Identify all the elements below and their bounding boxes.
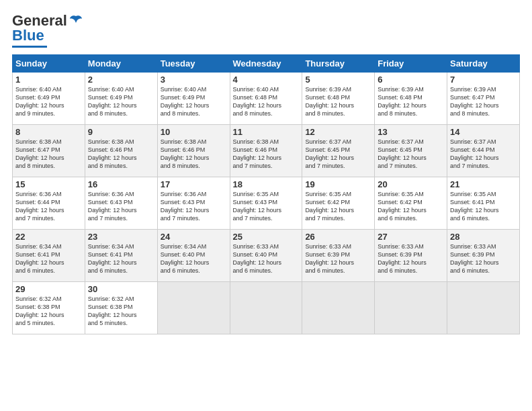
cell-content: Sunrise: 6:38 AMSunset: 6:46 PMDaylight:… (88, 138, 154, 171)
calendar-cell: 8Sunrise: 6:38 AMSunset: 6:47 PMDaylight… (13, 125, 85, 177)
day-number: 15 (15, 179, 82, 189)
calendar-cell (157, 282, 230, 334)
day-number: 2 (88, 75, 154, 85)
calendar-cell: 14Sunrise: 6:37 AMSunset: 6:44 PMDayligh… (447, 125, 520, 177)
header-row: SundayMondayTuesdayWednesdayThursdayFrid… (13, 55, 520, 73)
calendar-cell: 17Sunrise: 6:36 AMSunset: 6:43 PMDayligh… (157, 177, 230, 230)
calendar-cell: 15Sunrise: 6:36 AMSunset: 6:44 PMDayligh… (13, 177, 85, 230)
week-row-3: 15Sunrise: 6:36 AMSunset: 6:44 PMDayligh… (13, 177, 520, 230)
cell-content: Sunrise: 6:34 AMSunset: 6:41 PMDaylight:… (15, 242, 82, 275)
calendar-cell: 9Sunrise: 6:38 AMSunset: 6:46 PMDaylight… (85, 125, 157, 177)
calendar-cell: 22Sunrise: 6:34 AMSunset: 6:41 PMDayligh… (13, 230, 85, 282)
day-number: 21 (450, 179, 517, 189)
day-number: 25 (233, 232, 300, 242)
calendar-cell: 24Sunrise: 6:34 AMSunset: 6:40 PMDayligh… (157, 230, 230, 282)
cell-content: Sunrise: 6:33 AMSunset: 6:39 PMDaylight:… (378, 242, 444, 275)
day-number: 4 (233, 75, 300, 85)
calendar-cell: 27Sunrise: 6:33 AMSunset: 6:39 PMDayligh… (375, 230, 447, 282)
calendar-cell: 12Sunrise: 6:37 AMSunset: 6:45 PMDayligh… (302, 125, 375, 177)
cell-content: Sunrise: 6:35 AMSunset: 6:43 PMDaylight:… (233, 190, 300, 223)
cell-content: Sunrise: 6:39 AMSunset: 6:48 PMDaylight:… (378, 85, 444, 118)
calendar-cell: 10Sunrise: 6:38 AMSunset: 6:46 PMDayligh… (157, 125, 230, 177)
day-number: 28 (450, 232, 517, 242)
week-row-1: 1Sunrise: 6:40 AMSunset: 6:49 PMDaylight… (13, 73, 520, 125)
cell-content: Sunrise: 6:33 AMSunset: 6:39 PMDaylight:… (305, 242, 371, 275)
col-header-monday: Monday (85, 55, 157, 73)
cell-content: Sunrise: 6:40 AMSunset: 6:48 PMDaylight:… (233, 85, 300, 118)
day-number: 29 (15, 284, 82, 294)
week-row-2: 8Sunrise: 6:38 AMSunset: 6:47 PMDaylight… (13, 125, 520, 177)
day-number: 5 (305, 75, 371, 85)
calendar-cell (302, 282, 375, 334)
calendar-cell: 1Sunrise: 6:40 AMSunset: 6:49 PMDaylight… (13, 73, 85, 125)
calendar-cell: 13Sunrise: 6:37 AMSunset: 6:45 PMDayligh… (375, 125, 447, 177)
day-number: 20 (378, 179, 444, 189)
cell-content: Sunrise: 6:33 AMSunset: 6:39 PMDaylight:… (450, 242, 517, 275)
page: General Blue SundayMondayTuesdayWednesda… (0, 0, 532, 411)
day-number: 23 (88, 232, 154, 242)
day-number: 24 (161, 232, 227, 242)
calendar-cell: 21Sunrise: 6:35 AMSunset: 6:41 PMDayligh… (447, 177, 520, 230)
day-number: 10 (161, 127, 227, 137)
header: General Blue (12, 12, 520, 48)
col-header-thursday: Thursday (302, 55, 375, 73)
col-header-sunday: Sunday (13, 55, 85, 73)
cell-content: Sunrise: 6:34 AMSunset: 6:40 PMDaylight:… (161, 242, 227, 275)
calendar-cell: 7Sunrise: 6:39 AMSunset: 6:47 PMDaylight… (447, 73, 520, 125)
day-number: 13 (378, 127, 444, 137)
calendar-table: SundayMondayTuesdayWednesdayThursdayFrid… (12, 54, 520, 334)
day-number: 19 (305, 179, 371, 189)
cell-content: Sunrise: 6:35 AMSunset: 6:41 PMDaylight:… (450, 190, 517, 223)
calendar-cell: 4Sunrise: 6:40 AMSunset: 6:48 PMDaylight… (230, 73, 302, 125)
week-row-4: 22Sunrise: 6:34 AMSunset: 6:41 PMDayligh… (13, 230, 520, 282)
day-number: 14 (450, 127, 517, 137)
calendar-cell: 20Sunrise: 6:35 AMSunset: 6:42 PMDayligh… (375, 177, 447, 230)
cell-content: Sunrise: 6:40 AMSunset: 6:49 PMDaylight:… (88, 85, 154, 118)
cell-content: Sunrise: 6:37 AMSunset: 6:44 PMDaylight:… (450, 138, 517, 171)
day-number: 27 (378, 232, 444, 242)
cell-content: Sunrise: 6:32 AMSunset: 6:38 PMDaylight:… (15, 295, 82, 328)
day-number: 17 (161, 179, 227, 189)
day-number: 16 (88, 179, 154, 189)
calendar-cell: 19Sunrise: 6:35 AMSunset: 6:42 PMDayligh… (302, 177, 375, 230)
cell-content: Sunrise: 6:37 AMSunset: 6:45 PMDaylight:… (378, 138, 444, 171)
day-number: 18 (233, 179, 300, 189)
calendar-cell: 25Sunrise: 6:33 AMSunset: 6:40 PMDayligh… (230, 230, 302, 282)
day-number: 30 (88, 284, 154, 294)
day-number: 7 (450, 75, 517, 85)
calendar-cell: 6Sunrise: 6:39 AMSunset: 6:48 PMDaylight… (375, 73, 447, 125)
cell-content: Sunrise: 6:33 AMSunset: 6:40 PMDaylight:… (233, 242, 300, 275)
calendar-cell (230, 282, 302, 334)
logo-underline (12, 46, 47, 48)
cell-content: Sunrise: 6:37 AMSunset: 6:45 PMDaylight:… (305, 138, 371, 171)
logo-bird-icon (69, 13, 83, 28)
cell-content: Sunrise: 6:36 AMSunset: 6:43 PMDaylight:… (88, 190, 154, 223)
calendar-cell: 3Sunrise: 6:40 AMSunset: 6:49 PMDaylight… (157, 73, 230, 125)
day-number: 9 (88, 127, 154, 137)
calendar-cell: 28Sunrise: 6:33 AMSunset: 6:39 PMDayligh… (447, 230, 520, 282)
day-number: 1 (15, 75, 82, 85)
day-number: 12 (305, 127, 371, 137)
calendar-cell: 11Sunrise: 6:38 AMSunset: 6:46 PMDayligh… (230, 125, 302, 177)
cell-content: Sunrise: 6:39 AMSunset: 6:47 PMDaylight:… (450, 85, 517, 118)
day-number: 22 (15, 232, 82, 242)
calendar-cell: 29Sunrise: 6:32 AMSunset: 6:38 PMDayligh… (13, 282, 85, 334)
cell-content: Sunrise: 6:34 AMSunset: 6:41 PMDaylight:… (88, 242, 154, 275)
cell-content: Sunrise: 6:38 AMSunset: 6:46 PMDaylight:… (161, 138, 227, 171)
calendar-cell: 30Sunrise: 6:32 AMSunset: 6:38 PMDayligh… (85, 282, 157, 334)
cell-content: Sunrise: 6:39 AMSunset: 6:48 PMDaylight:… (305, 85, 371, 118)
col-header-tuesday: Tuesday (157, 55, 230, 73)
calendar-cell: 26Sunrise: 6:33 AMSunset: 6:39 PMDayligh… (302, 230, 375, 282)
day-number: 6 (378, 75, 444, 85)
week-row-5: 29Sunrise: 6:32 AMSunset: 6:38 PMDayligh… (13, 282, 520, 334)
cell-content: Sunrise: 6:35 AMSunset: 6:42 PMDaylight:… (305, 190, 371, 223)
cell-content: Sunrise: 6:36 AMSunset: 6:44 PMDaylight:… (15, 190, 82, 223)
col-header-friday: Friday (375, 55, 447, 73)
cell-content: Sunrise: 6:40 AMSunset: 6:49 PMDaylight:… (15, 85, 82, 118)
calendar-cell (375, 282, 447, 334)
col-header-saturday: Saturday (447, 55, 520, 73)
col-header-wednesday: Wednesday (230, 55, 302, 73)
cell-content: Sunrise: 6:38 AMSunset: 6:46 PMDaylight:… (233, 138, 300, 171)
cell-content: Sunrise: 6:40 AMSunset: 6:49 PMDaylight:… (161, 85, 227, 118)
cell-content: Sunrise: 6:35 AMSunset: 6:42 PMDaylight:… (378, 190, 444, 223)
